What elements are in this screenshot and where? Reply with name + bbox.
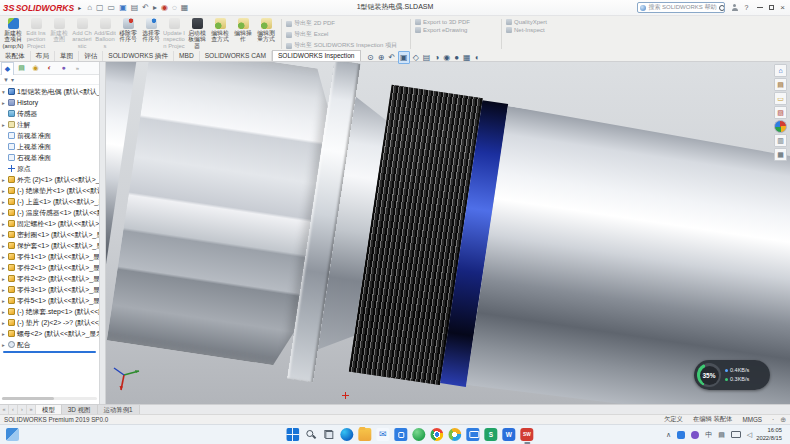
ribbon-tab[interactable]: 装配体 xyxy=(0,51,31,61)
tree-item[interactable]: ▸ (-) 垫片 (2)<2> ->? (默认<<默认 xyxy=(0,317,99,328)
tree-item[interactable]: ▸ 零件5<1> (默认<<默认>_显示状 xyxy=(0,295,99,306)
taskbar-clock[interactable]: 16:05 2022/8/15 xyxy=(756,427,782,442)
ribbon-button[interactable]: 编辑测量方式 xyxy=(255,17,277,51)
export-button[interactable]: 导出至 Excel xyxy=(286,30,406,39)
close-button[interactable]: × xyxy=(780,4,785,12)
hide-show-items-icon[interactable]: ◉ xyxy=(442,52,451,63)
solidworks-app-icon[interactable]: SW xyxy=(520,428,533,441)
volume-icon[interactable]: ◁ xyxy=(747,431,752,438)
doc-tab-nav-button[interactable]: » xyxy=(27,405,36,414)
menu-flyout-arrow[interactable]: ▸ xyxy=(78,4,81,11)
quality-button[interactable]: QualityXpert xyxy=(506,19,566,25)
file-explorer-icon[interactable]: ▭ xyxy=(774,92,787,105)
widgets-icon[interactable] xyxy=(6,428,19,441)
ribbon-button[interactable]: Add/Edit Balloons xyxy=(94,17,116,51)
tree-item[interactable]: ▸ 传感器 xyxy=(0,108,99,119)
minimize-button[interactable] xyxy=(757,7,763,8)
ime-mode-icon[interactable]: 中 xyxy=(705,431,712,438)
tree-item[interactable]: ▸ 原点 xyxy=(0,163,99,174)
configurationmanager-tab[interactable]: ◉ xyxy=(29,62,42,74)
dimxpertmanager-tab[interactable]: ◐ xyxy=(43,62,56,74)
tree-root-item[interactable]: ▾ 1型铠装热电偶 (默认<默认_显示状态-1 xyxy=(0,86,99,97)
display-style-icon[interactable]: ◑ xyxy=(433,52,440,63)
help-button[interactable]: ? xyxy=(744,4,748,11)
panel-tabs-overflow[interactable]: » xyxy=(71,62,84,74)
undo-icon[interactable]: ↶ xyxy=(142,4,149,12)
hidden-icons-chevron[interactable]: ∧ xyxy=(666,431,671,438)
tree-item[interactable]: ▸ 外壳 (2)<1> (默认<<默认>_显示状 xyxy=(0,174,99,185)
ribbon-button[interactable]: 编辑操作 xyxy=(232,17,254,51)
ribbon-tab[interactable]: MBD xyxy=(174,51,200,61)
ribbon-button[interactable]: 新建检查项目 (amp;N) xyxy=(2,17,24,51)
ribbon-button[interactable]: Add Characteristic xyxy=(71,17,93,51)
rollback-bar[interactable] xyxy=(3,351,96,353)
ribbon-button[interactable]: 新建检查图 xyxy=(48,17,70,51)
tree-filter[interactable]: ▼▾ xyxy=(0,75,99,85)
design-library-icon[interactable]: ▤ xyxy=(774,78,787,91)
doc-tab[interactable]: 3D 视图 xyxy=(62,405,98,414)
tree-item[interactable]: ▸ 固定螺栓<1> (默认<<默认>_显示 xyxy=(0,218,99,229)
propertymanager-tab[interactable]: ▤ xyxy=(15,62,28,74)
security-icon[interactable] xyxy=(677,431,685,439)
ribbon-tab[interactable]: SOLIDWORKS CAM xyxy=(200,51,272,61)
tree-item[interactable]: ▸ 零件2<2> (默认<<默认>_显示状 xyxy=(0,273,99,284)
tree-item[interactable]: ▸ 螺母<2> (默认<<默认>_显示状态 xyxy=(0,328,99,339)
tree-horizontal-scrollbar[interactable] xyxy=(2,397,97,400)
home-icon[interactable]: ⌂ xyxy=(87,4,92,12)
login-icon[interactable] xyxy=(730,3,739,12)
tree-item[interactable]: ▸ (-) 上盖<1> (默认<<默认>_显示状 xyxy=(0,196,99,207)
assistant-icon[interactable] xyxy=(691,431,699,439)
graphics-viewport[interactable]: ⌂▤▭▨▥▦ 35% 0.4KB/s 0.3KB/s xyxy=(106,62,790,404)
doc-tab[interactable]: 模型 xyxy=(36,405,62,414)
tree-item[interactable]: ▸ (-) 绝缘套.step<1> (默认<<默认> xyxy=(0,306,99,317)
search-button[interactable] xyxy=(304,428,317,441)
select-icon[interactable]: ▸ xyxy=(153,4,157,12)
browser2-icon[interactable] xyxy=(448,428,461,441)
open-icon[interactable]: ▭ xyxy=(108,4,116,12)
tree-item[interactable]: ▸ 保护套<1> (默认<<默认>_显示状 xyxy=(0,240,99,251)
featuremanager-tab[interactable]: ◆ xyxy=(1,62,14,75)
tree-item[interactable]: ▸ History xyxy=(0,97,99,108)
export-button[interactable]: Export to 3D PDF xyxy=(415,19,497,25)
cast-icon[interactable] xyxy=(731,431,741,438)
store-icon[interactable] xyxy=(394,428,407,441)
print-icon[interactable]: ▤ xyxy=(131,4,139,12)
chrome-icon[interactable] xyxy=(430,428,443,441)
previous-view-icon[interactable]: ↶ xyxy=(387,52,396,63)
tree-item[interactable]: ▸ 右视基准面 xyxy=(0,152,99,163)
remote-monitor-icon[interactable] xyxy=(466,428,479,441)
view-settings-icon[interactable]: ◐ xyxy=(474,52,481,63)
displaymanager-tab[interactable]: ● xyxy=(57,62,70,74)
tree-item[interactable]: ▸ 零件2<1> (默认<<默认>_显示状 xyxy=(0,262,99,273)
doc-tab[interactable]: 运动算例1 xyxy=(98,405,140,414)
tree-item[interactable]: ▸ 注解 xyxy=(0,119,99,130)
ribbon-button[interactable]: 选择零件序号 xyxy=(140,17,162,51)
file-explorer-icon[interactable] xyxy=(358,428,371,441)
ribbon-tab[interactable]: 布局 xyxy=(31,51,55,61)
ribbon-button[interactable]: 编辑检查方式 xyxy=(209,17,231,51)
ribbon-tab[interactable]: 草图 xyxy=(55,51,79,61)
solidworks-resources-icon[interactable]: ⌂ xyxy=(774,64,787,77)
quality-button[interactable]: Net-Inspect xyxy=(506,27,566,33)
browser-360-icon[interactable] xyxy=(412,428,425,441)
ribbon-button[interactable]: 移除零件序号 xyxy=(117,17,139,51)
pane-options-icon[interactable]: ▦ xyxy=(774,148,787,161)
ribbon-button[interactable]: Update Inspection Project xyxy=(163,17,185,51)
save-icon[interactable]: ▣ xyxy=(119,4,127,12)
display-settings-icon[interactable]: ▦ xyxy=(181,4,189,12)
tree-item[interactable]: ▸ (-) 温度传感器<1> (默认<<默认>_ xyxy=(0,207,99,218)
app-s-icon[interactable]: S xyxy=(484,428,497,441)
edge-icon[interactable] xyxy=(340,428,353,441)
task-view-button[interactable] xyxy=(322,428,335,441)
tree-item[interactable]: ▸ 配合 xyxy=(0,339,99,350)
ribbon-button[interactable]: 启动模板编辑器 xyxy=(186,17,208,51)
tree-item[interactable]: ▸ 零件1<1> (默认<<默认>_显示状态 xyxy=(0,251,99,262)
options-icon[interactable]: ◌ xyxy=(172,4,177,12)
ribbon-tab[interactable]: 评估 xyxy=(79,51,103,61)
apply-scene-icon[interactable]: ▦ xyxy=(462,52,472,63)
doc-tab-nav-button[interactable]: › xyxy=(18,405,27,414)
wps-icon[interactable]: W xyxy=(502,428,515,441)
export-button[interactable]: 导出至 2D PDF xyxy=(286,19,406,28)
doc-tab-nav-button[interactable]: ‹ xyxy=(9,405,18,414)
export-button[interactable]: 导出至 SOLIDWORKS Inspection 项目 xyxy=(286,41,406,50)
